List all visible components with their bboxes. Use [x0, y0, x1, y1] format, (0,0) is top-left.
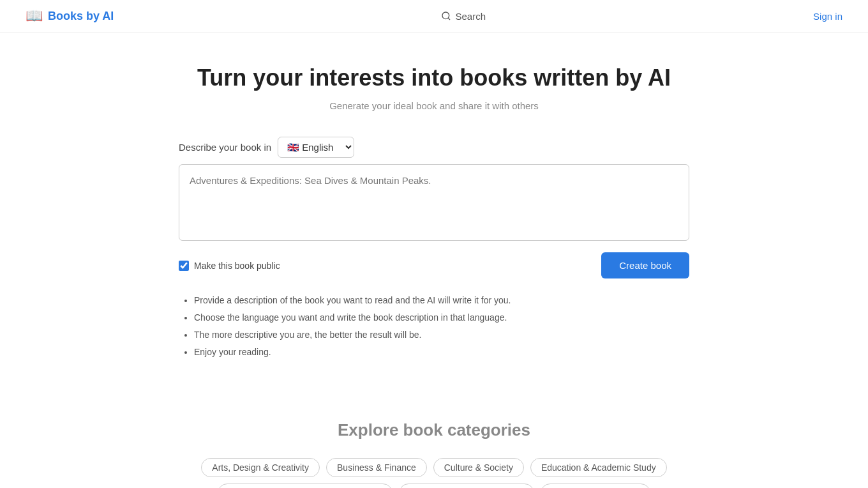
instruction-item: Provide a description of the book you wa…	[194, 294, 689, 307]
instruction-item: The more descriptive you are, the better…	[194, 328, 689, 342]
instruction-item: Choose the language you want and write t…	[194, 311, 689, 324]
form-bottom-row: Make this book public Create book	[179, 252, 689, 278]
logo[interactable]: 📖 Books by AI	[26, 8, 114, 24]
logo-text: Books by AI	[48, 10, 114, 23]
instructions: Provide a description of the book you wa…	[179, 294, 689, 359]
hero-subtitle: Generate your ideal book and share it wi…	[179, 100, 689, 111]
category-tag[interactable]: Business & Finance	[326, 458, 427, 477]
category-tag[interactable]: Culture & Society	[433, 458, 524, 477]
create-book-button[interactable]: Create book	[601, 252, 689, 278]
category-tag[interactable]: Environmental Studies & Sustainability	[218, 484, 393, 488]
language-label: Describe your book in	[179, 142, 271, 153]
book-description-textarea[interactable]	[179, 164, 689, 241]
language-select[interactable]: 🇬🇧 English 🇫🇷 French 🇩🇪 German 🇪🇸 Spanis…	[278, 137, 354, 158]
header: 📖 Books by AI Search Sign in	[0, 0, 868, 33]
svg-point-0	[442, 12, 449, 19]
logo-icon: 📖	[26, 8, 43, 24]
form-section: Describe your book in 🇬🇧 English 🇫🇷 Fren…	[179, 137, 689, 278]
language-row: Describe your book in 🇬🇧 English 🇫🇷 Fren…	[179, 137, 689, 158]
search-label: Search	[455, 11, 486, 22]
category-tag[interactable]: Education & Academic Study	[530, 458, 667, 477]
category-tag[interactable]: Arts, Design & Creativity	[201, 458, 320, 477]
make-public-checkbox-label[interactable]: Make this book public	[179, 261, 280, 271]
sign-in-link[interactable]: Sign in	[813, 11, 842, 22]
category-tag[interactable]: Health, Wellness & Medicine	[399, 484, 534, 488]
search-link[interactable]: Search	[441, 11, 486, 22]
instruction-item: Enjoy your reading.	[194, 346, 689, 359]
categories-section: Explore book categories Arts, Design & C…	[166, 420, 702, 488]
main-content: Turn your interests into books written b…	[166, 33, 702, 388]
categories-tags: Arts, Design & CreativityBusiness & Fina…	[179, 458, 689, 488]
category-tag[interactable]: History & Archaeology	[541, 484, 650, 488]
search-icon	[441, 11, 451, 21]
instructions-list: Provide a description of the book you wa…	[179, 294, 689, 359]
hero-title: Turn your interests into books written b…	[179, 65, 689, 91]
categories-title: Explore book categories	[179, 420, 689, 440]
make-public-checkbox[interactable]	[179, 261, 189, 271]
svg-line-1	[449, 18, 451, 20]
checkbox-text: Make this book public	[194, 261, 280, 271]
